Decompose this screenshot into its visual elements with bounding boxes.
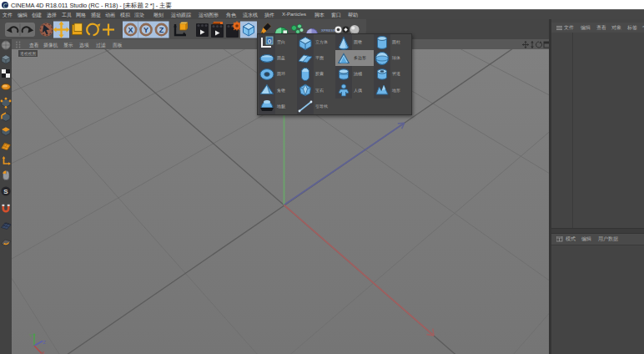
svg-text:S: S	[3, 188, 8, 195]
svg-text:0: 0	[268, 38, 272, 45]
svg-text:X: X	[42, 351, 45, 354]
svg-text:Y: Y	[29, 333, 33, 338]
svg-text:Z: Z	[159, 26, 164, 34]
svg-text:Y: Y	[143, 26, 148, 34]
svg-text:X: X	[128, 26, 133, 34]
